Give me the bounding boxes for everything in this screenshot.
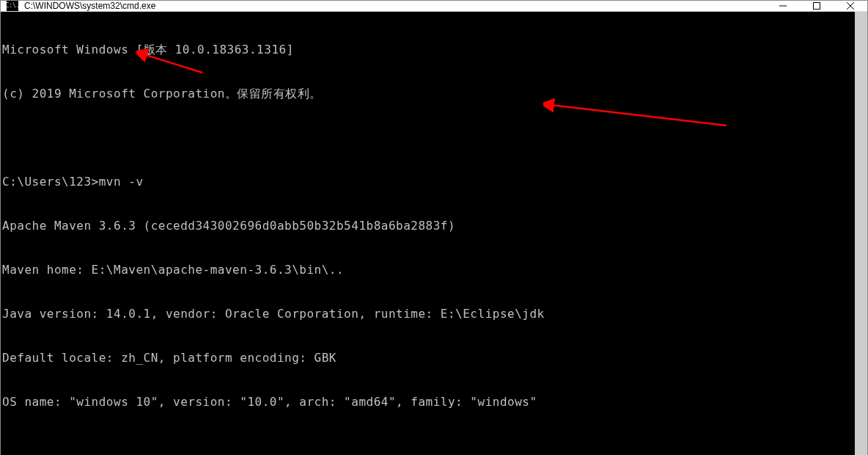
close-button[interactable] <box>834 1 867 11</box>
content-area: Microsoft Windows [版本 10.0.18363.1316] (… <box>1 12 867 455</box>
minimize-button[interactable] <box>766 1 800 11</box>
svg-line-7 <box>551 105 727 125</box>
terminal-line <box>2 131 855 145</box>
cmd-window: C:\. C:\WINDOWS\system32\cmd.exe Microso… <box>0 0 868 455</box>
window-controls <box>766 1 867 11</box>
terminal-line: Java version: 14.0.1, vendor: Oracle Cor… <box>2 307 855 321</box>
svg-rect-1 <box>814 3 820 10</box>
terminal-line: Apache Maven 3.6.3 (cecedd343002696d0abb… <box>2 219 855 233</box>
annotation-arrow-icon <box>543 96 734 133</box>
cmd-icon-text: C:\. <box>5 3 19 9</box>
cmd-icon: C:\. <box>7 1 18 11</box>
window-title: C:\WINDOWS\system32\cmd.exe <box>24 1 766 11</box>
minimize-icon <box>779 2 787 10</box>
close-icon <box>847 2 854 10</box>
terminal-output[interactable]: Microsoft Windows [版本 10.0.18363.1316] (… <box>1 12 855 455</box>
maximize-button[interactable] <box>800 1 834 11</box>
terminal-line: OS name: "windows 10", version: "10.0", … <box>2 395 855 410</box>
terminal-line: (c) 2019 Microsoft Corporation。保留所有权利。 <box>2 87 855 101</box>
maximize-icon <box>813 2 820 10</box>
scrollbar-thumb[interactable] <box>855 12 867 455</box>
terminal-line: C:\Users\123>mvn -v <box>2 175 855 189</box>
terminal-line: Microsoft Windows [版本 10.0.18363.1316] <box>2 43 855 57</box>
terminal-line: Default locale: zh_CN, platform encoding… <box>2 351 855 365</box>
titlebar[interactable]: C:\. C:\WINDOWS\system32\cmd.exe <box>1 1 867 12</box>
terminal-line: Maven home: E:\Maven\apache-maven-3.6.3\… <box>2 263 855 277</box>
vertical-scrollbar[interactable] <box>855 12 867 455</box>
terminal-line <box>2 439 855 454</box>
